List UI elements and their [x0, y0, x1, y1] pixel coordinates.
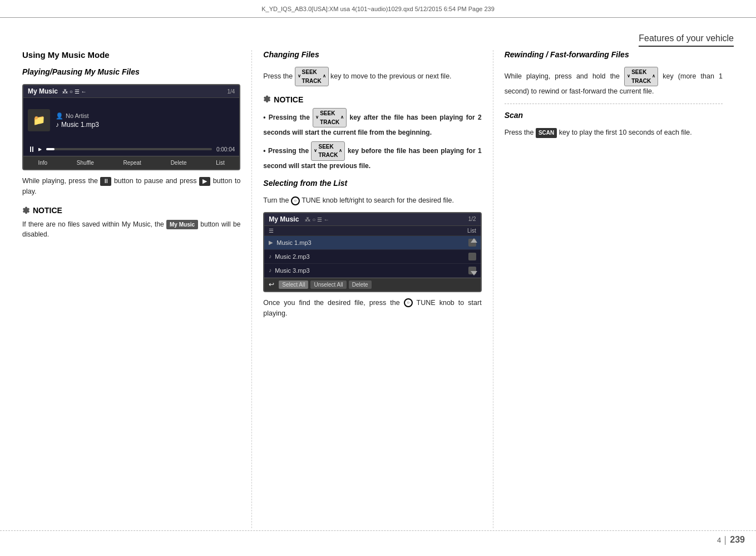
main-content: Using My Music Mode Playing/Pausing My M…	[22, 50, 734, 528]
col2-selecting-title: Selecting from the List	[263, 179, 481, 188]
list-screen-mockup: My Music ⁂ ○ ☰ ← 1/2 ☰ List ▶ Music 1.mp…	[263, 212, 481, 292]
screen1-title: My Music	[28, 87, 58, 95]
col1-title: Using My Music Mode	[22, 50, 240, 60]
list-track-num: 1/2	[468, 216, 476, 222]
notice-star-icon: ✽	[22, 205, 29, 216]
col3-scan-body: Press the SCAN key to play the first 10 …	[505, 127, 723, 138]
track-artist: 👤 No Artist	[56, 112, 235, 120]
page-section: 4	[717, 536, 721, 544]
list-footer: ↩ Select All Unselect All Delete	[264, 278, 480, 291]
list-item-3[interactable]: ♪ Music 3.mp3	[264, 264, 480, 278]
list-header: My Music ⁂ ○ ☰ ← 1/2	[264, 213, 480, 226]
page-header: K_YD_IQS_AB3.0[USA]:XM usa 4(101~audio)1…	[0, 0, 756, 18]
tune-knob-icon-2: ○	[404, 298, 413, 307]
progress-bar	[46, 148, 212, 150]
time-display: 0:00:04	[216, 146, 235, 152]
back-icon[interactable]: ↩	[269, 281, 274, 288]
list-items-container: ▶ Music 1.mp3 ♪ Music 2.mp3 ♪ Music 3.mp…	[264, 236, 480, 278]
column-3: Rewinding / Fast-forwarding Files While …	[493, 50, 734, 528]
col2-notice-star-icon: ✽	[263, 94, 270, 105]
pause-icon: ⏸ ▶	[28, 145, 42, 154]
list-delete-button[interactable]: Delete	[349, 281, 372, 289]
music-icon-3: ♪	[269, 267, 271, 273]
list-button[interactable]: List	[213, 159, 228, 167]
play-button-inline: ▶	[199, 177, 210, 186]
col2-selecting-body: Turn the ○ TUNE knob left/right to searc…	[263, 195, 481, 206]
repeat-button[interactable]: Repeat	[120, 159, 145, 167]
bottom-divider	[0, 530, 756, 531]
list-item-2[interactable]: ♪ Music 2.mp3	[264, 250, 480, 264]
col1-body1: While playing, press the ⏸ button to pau…	[22, 176, 240, 198]
screen1-body: 📁 👤 No Artist ♪ Music 1.mp3	[23, 98, 239, 142]
screen1-header-left: My Music ⁂ ○ ☰ ←	[28, 87, 86, 95]
column-1: Using My Music Mode Playing/Pausing My M…	[22, 50, 252, 528]
play-active-icon: ▶	[269, 239, 273, 245]
shuffle-button[interactable]: Shuffle	[73, 159, 97, 167]
delete-button[interactable]: Delete	[167, 159, 190, 167]
progress-fill	[46, 148, 55, 150]
screen1-track-num: 1/4	[227, 88, 235, 95]
list-screen-title: My Music	[269, 215, 299, 223]
col3-scan-title: Scan	[505, 111, 723, 120]
col1-notice: ✽ NOTICE If there are no files saved wit…	[22, 205, 240, 240]
scroll-arrows	[471, 236, 477, 278]
seek-track-key: ∨ SEEKTRACK ∧	[295, 67, 329, 86]
col3-rewinding-body: While playing, press and hold the ∨SEEKT…	[505, 67, 723, 97]
column-2: Changing Files Press the ∨ SEEKTRACK ∧ k…	[252, 50, 493, 528]
scroll-up-arrow[interactable]	[471, 238, 477, 243]
scroll-down-arrow[interactable]	[471, 271, 477, 275]
scan-button[interactable]: SCAN	[536, 128, 557, 138]
unselect-all-button[interactable]: Unselect All	[310, 281, 346, 289]
track-folder-icon: 📁	[28, 109, 50, 131]
pause-button-inline: ⏸	[100, 177, 111, 186]
list-subheader: ☰ List	[264, 226, 480, 236]
select-all-button[interactable]: Select All	[279, 281, 308, 289]
list-item-3-name: Music 3.mp3	[275, 267, 309, 274]
seek-track-key-notice1: ∨SEEKTRACK∧	[313, 108, 347, 127]
seek-track-key-notice2: ∨SEEKTRACK∧	[311, 141, 345, 161]
screen1-icons: ⁂ ○ ☰ ←	[62, 88, 86, 95]
col1-notice-body: If there are no files saved within My Mu…	[22, 219, 240, 240]
list-icon: ☰	[269, 228, 274, 234]
col2-notice-title: ✽ NOTICE	[263, 94, 481, 105]
col2-notice: ✽ NOTICE • Pressing the ∨SEEKTRACK∧ key …	[263, 94, 481, 171]
my-music-button[interactable]: My Music	[166, 220, 198, 230]
col2-changing-body: Press the ∨ SEEKTRACK ∧ key to move to t…	[263, 67, 481, 86]
col2-after-screen: Once you find the desired file, press th…	[263, 298, 481, 319]
page-number: 4 │ 239	[717, 535, 745, 545]
col2-notice-body: • Pressing the ∨SEEKTRACK∧ key after the…	[263, 108, 481, 171]
list-label: List	[467, 228, 476, 234]
divider-1	[505, 104, 723, 104]
col1-notice-title: ✽ NOTICE	[22, 205, 240, 216]
info-button[interactable]: Info	[34, 159, 51, 167]
tune-knob-icon: ○	[291, 196, 300, 205]
page-num: 239	[730, 535, 745, 545]
screen-mockup-1: My Music ⁂ ○ ☰ ← 1/4 📁 👤 No Artist ♪ Mus…	[22, 84, 240, 170]
list-screen-icons: ⁂ ○ ☰ ←	[305, 217, 329, 223]
screen1-header: My Music ⁂ ○ ☰ ← 1/4	[23, 85, 239, 98]
list-header-left: My Music ⁂ ○ ☰ ←	[269, 215, 329, 223]
screen1-controls: ⏸ ▶ 0:00:04	[23, 142, 239, 156]
col2-changing-title: Changing Files	[263, 50, 481, 59]
section-header: Features of your vehicle	[639, 33, 734, 47]
list-item-1[interactable]: ▶ Music 1.mp3	[264, 236, 480, 250]
col3-rewinding-title: Rewinding / Fast-forwarding Files	[505, 50, 723, 59]
screen1-footer[interactable]: Info Shuffle Repeat Delete List	[23, 156, 239, 169]
list-item-2-name: Music 2.mp3	[275, 253, 309, 260]
header-text: K_YD_IQS_AB3.0[USA]:XM usa 4(101~audio)1…	[261, 6, 495, 12]
music-icon-2: ♪	[269, 253, 271, 259]
track-info: 👤 No Artist ♪ Music 1.mp3	[56, 112, 235, 129]
col1-subtitle: Playing/Pausing My Music Files	[22, 67, 240, 76]
track-name: ♪ Music 1.mp3	[56, 121, 235, 129]
seek-track-key-rewind: ∨SEEKTRACK∧	[624, 67, 658, 86]
list-item-1-name: Music 1.mp3	[276, 239, 311, 246]
